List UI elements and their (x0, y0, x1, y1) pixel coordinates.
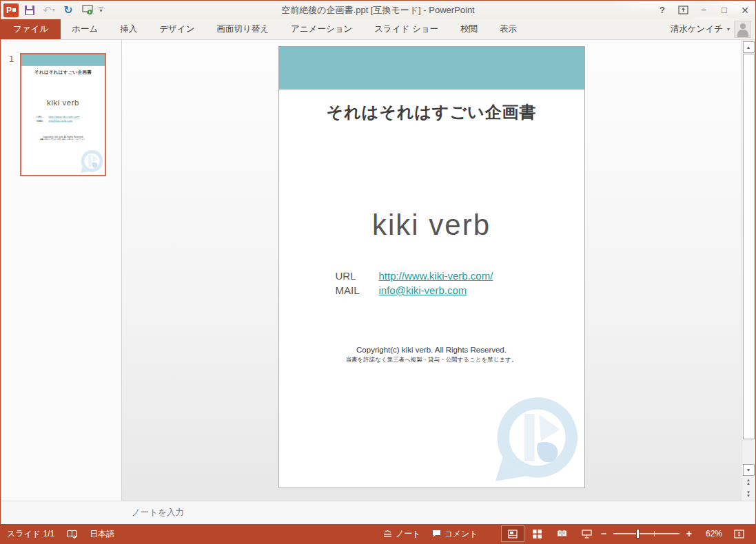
previous-slide-button[interactable]: ▲▲ (743, 479, 755, 485)
vertical-scrollbar[interactable]: ▲ ▼ ▲▲ ▼▼ (741, 40, 755, 501)
double-up-icon: ▲ (746, 482, 750, 485)
notes-toggle[interactable]: ノート (378, 524, 427, 543)
mail-label: MAIL (336, 283, 379, 297)
fit-slide-to-window-button[interactable] (727, 525, 750, 542)
slide-canvas[interactable]: それはそれはすごい企画書 kiki verb URLhttp://www.kik… (278, 46, 585, 488)
copyright-note: 当書を許諾なく第三者へ複製・貸与・公開することを禁じます。 (279, 356, 584, 364)
slide-number: 1 (9, 54, 14, 64)
notes-pane[interactable]: ノートを入力 (1, 501, 755, 524)
slide-title[interactable]: それはそれはすごい企画書 (279, 101, 584, 123)
close-button[interactable]: ✕ (735, 2, 755, 19)
reading-view-icon (557, 530, 567, 538)
title-bar: P ↶▾ ↻ ▾ 空前絶後の企画書.ppt [互換モード] - PowerPoi… (1, 1, 755, 19)
zoom-slider[interactable] (613, 533, 680, 534)
zoom-100-tick (654, 531, 655, 536)
zoom-out-button[interactable]: − (600, 528, 608, 539)
undo-dropdown-icon: ▾ (52, 7, 55, 13)
undo-icon: ↶ (43, 4, 52, 17)
save-button[interactable] (21, 3, 38, 18)
scroll-up-icon: ▲ (746, 45, 751, 50)
chevron-down-icon: ▾ (99, 10, 102, 12)
fit-to-window-icon (734, 530, 744, 538)
url-label: URL (336, 269, 379, 283)
reading-view-button[interactable] (551, 525, 574, 542)
account-caret-icon: ▾ (727, 26, 730, 32)
account-name: 清水ケンイチ (671, 23, 723, 35)
normal-view-icon (508, 530, 518, 538)
tab-file[interactable]: ファイル (1, 19, 61, 39)
slide-band (21, 54, 105, 66)
tab-animations[interactable]: アニメーション (280, 19, 363, 39)
powerpoint-app-icon[interactable]: P (3, 3, 19, 17)
slide-editing-area[interactable]: それはそれはすごい企画書 kiki verb URLhttp://www.kik… (122, 40, 741, 501)
slide-thumbnail-panel: 1 それはそれはすごい企画書 kiki verb URLhttp://www.k… (1, 40, 122, 501)
slide-counter[interactable]: スライド 1/1 (7, 528, 54, 540)
mail-row: MAILinfo@kiki-verb.com (336, 283, 493, 297)
tab-insert[interactable]: 挿入 (109, 19, 148, 39)
help-button[interactable]: ? (652, 2, 673, 19)
ribbon-display-options-icon (678, 6, 688, 14)
avatar[interactable] (734, 21, 751, 38)
zoom-slider-handle[interactable] (636, 529, 640, 538)
slide-sorter-icon (533, 530, 542, 538)
save-icon (25, 6, 34, 15)
slide-sorter-view-button[interactable] (526, 525, 549, 542)
scroll-up-button[interactable]: ▲ (743, 41, 755, 53)
scrollbar-thumb[interactable] (743, 54, 755, 439)
window-controls: ? − □ ✕ (652, 2, 755, 19)
minimize-icon: − (701, 5, 706, 15)
url-link[interactable]: http://www.kiki-verb.com/ (379, 270, 493, 282)
scroll-down-button[interactable]: ▼ (743, 464, 755, 476)
main-area: 1 それはそれはすごい企画書 kiki verb URLhttp://www.k… (1, 40, 755, 501)
double-down-icon: ▼ (746, 494, 750, 498)
tab-design[interactable]: デザイン (148, 19, 205, 39)
tab-review[interactable]: 校閲 (449, 19, 489, 39)
mail-link[interactable]: info@kiki-verb.com (379, 284, 467, 296)
quick-access-toolbar: P ↶▾ ↻ ▾ (1, 3, 103, 18)
zoom-in-button[interactable]: + (685, 528, 693, 539)
notes-placeholder: ノートを入力 (132, 507, 184, 519)
slide-thumbnail[interactable]: それはそれはすごい企画書 kiki verb URLhttp://www.kik… (20, 53, 106, 176)
window-title: 空前絶後の企画書.ppt [互換モード] - PowerPoint (1, 4, 755, 17)
slide-title: それはそれはすごい企画書 (21, 69, 105, 75)
ribbon-display-options-button[interactable] (673, 2, 693, 19)
account-area[interactable]: 清水ケンイチ ▾ (671, 19, 755, 39)
kiki-verb-logo (490, 394, 581, 485)
slide-brand[interactable]: kiki verb (279, 209, 584, 242)
maximize-button[interactable]: □ (714, 2, 735, 19)
tab-home[interactable]: ホーム (61, 19, 109, 39)
copyright-line: Copyright(c) kiki verb. All Rights Reser… (279, 346, 584, 354)
redo-button[interactable]: ↻ (60, 3, 76, 18)
next-slide-button[interactable]: ▼▼ (743, 491, 755, 498)
tab-slideshow[interactable]: スライド ショー (363, 19, 449, 39)
help-icon: ? (660, 5, 665, 15)
comment-icon (432, 530, 441, 538)
tab-view[interactable]: 表示 (489, 19, 528, 39)
start-slideshow-button[interactable] (79, 3, 96, 18)
slide-brand: kiki verb (21, 98, 105, 107)
language-indicator[interactable]: 日本語 (90, 528, 114, 540)
minimize-button[interactable]: − (693, 2, 714, 19)
comments-toggle[interactable]: コメント (427, 524, 484, 543)
ribbon-tab-row: ファイル ホーム 挿入 デザイン 画面切り替え アニメーション スライド ショー… (1, 19, 755, 40)
spell-check-icon[interactable] (67, 530, 77, 538)
zoom-level[interactable]: 62% (696, 529, 722, 538)
scroll-down-icon: ▼ (746, 468, 751, 472)
close-icon: ✕ (741, 5, 749, 16)
undo-button[interactable]: ↶▾ (41, 3, 57, 18)
redo-icon: ↻ (63, 3, 72, 17)
normal-view-button[interactable] (501, 525, 524, 542)
slideshow-icon (82, 5, 94, 15)
status-bar: スライド 1/1 日本語 ノート コメント (1, 524, 755, 543)
slideshow-view-button[interactable] (575, 525, 599, 542)
powerpoint-window: P ↶▾ ↻ ▾ 空前絶後の企画書.ppt [互換モード] - PowerPoi… (0, 0, 756, 544)
kiki-verb-logo (79, 149, 104, 174)
customize-qat-button[interactable]: ▾ (99, 8, 103, 12)
slide-band[interactable] (279, 47, 584, 90)
slide-contact-block[interactable]: URLhttp://www.kiki-verb.com/ MAILinfo@ki… (336, 269, 493, 297)
notes-icon (383, 530, 392, 538)
slideshow-view-icon (582, 530, 592, 538)
url-row: URLhttp://www.kiki-verb.com/ (336, 269, 493, 283)
copyright-block[interactable]: Copyright(c) kiki verb. All Rights Reser… (279, 346, 584, 364)
tab-transitions[interactable]: 画面切り替え (205, 19, 280, 39)
